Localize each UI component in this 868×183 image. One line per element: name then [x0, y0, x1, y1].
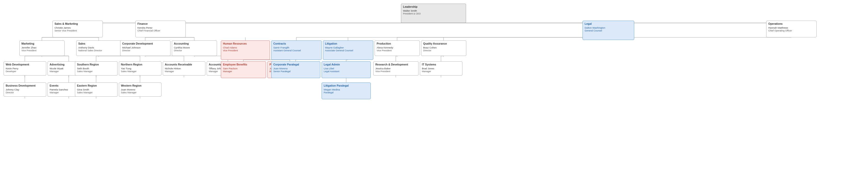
node-dept-production: Production — [377, 42, 418, 46]
node-dept-finance: Finance — [137, 22, 184, 26]
node-name-sales: Anthony Davis — [78, 46, 119, 49]
node-name-operations: Hannah Matthews — [768, 26, 814, 29]
node-dept-eastern_region: Eastern Region — [77, 84, 116, 88]
org-node-human_res: Human ResourcesChad AdamsVice President — [221, 40, 270, 60]
node-dept-sales_mktg: Sales & Marketing — [55, 22, 101, 26]
node-name-web_dev: Kevin Perry — [6, 67, 44, 70]
node-name-legal: Dalton Washington — [585, 26, 632, 29]
node-title-legal_admin: Legal Assistant — [324, 70, 369, 73]
node-name-corp_paralegal: Juan Moreno — [273, 67, 318, 70]
node-name-northern_region: Yao Tung — [121, 67, 159, 70]
node-title-marketing: Vice President — [22, 49, 63, 52]
node-dept-accts_recv: Accounts Receivable — [165, 63, 203, 67]
org-node-biz_dev: Business DevelopmentJohnny ClayDirector — [4, 82, 46, 97]
node-name-legal_admin: Lisa Libel — [324, 67, 369, 70]
org-node-legal: LegalDalton WashingtonGeneral Counsel — [583, 21, 634, 40]
org-node-emp_benefits: Employee BenefitsSam PaulsonManager — [221, 61, 266, 78]
node-title-eastern_region: Sales Manager — [77, 91, 116, 94]
org-node-operations: OperationsHannah MatthewsChief Operating… — [766, 21, 816, 37]
node-dept-corp_paralegal: Corporate Paralegal — [273, 63, 318, 67]
org-node-southern_region: Southern RegionSeth BoothSales Manager — [75, 61, 118, 75]
org-node-research_dev: Research & DevelopmentJessica BakerVice … — [373, 61, 418, 75]
node-name-marketing: Jennifer Zhao — [22, 46, 63, 49]
node-title-finance: Chief Financial Officer — [137, 29, 184, 33]
org-node-corp_paralegal: Corporate ParalegalJuan MorenoSenior Par… — [271, 61, 320, 78]
org-node-accounting: AccountingCynthia MooreDirector — [172, 40, 217, 56]
org-node-leadership: LeadershipWalter SmithPresident & CEO — [401, 4, 466, 23]
node-name-litigation: Wayne Gallagher — [325, 46, 371, 49]
org-node-western_region: Western RegionJuan MorenoSales Manager — [119, 82, 161, 97]
org-node-litigation: LitigationWayne GallagherAssociate Gener… — [323, 40, 373, 60]
org-node-web_dev: Web DevelopmentKevin PerryDeveloper — [4, 61, 46, 75]
org-node-production: ProductionAlexa KennedyVice President — [375, 40, 420, 56]
node-title-litigation: Associate General Counsel — [325, 49, 371, 52]
org-node-lit_paralegal: Litigation ParalegalMegan MedinaParalega… — [322, 82, 371, 99]
node-title-leadership: President & CEO — [403, 12, 464, 15]
node-title-sales: National Sales Director — [78, 49, 119, 52]
node-dept-human_res: Human Resources — [223, 42, 268, 46]
node-title-northern_region: Sales Manager — [121, 70, 159, 73]
node-dept-contracts: Contracts — [273, 42, 319, 46]
node-title-western_region: Sales Manager — [121, 91, 159, 94]
node-name-research_dev: Jessica Baker — [375, 67, 416, 70]
node-title-web_dev: Developer — [6, 70, 44, 73]
node-name-emp_benefits: Sam Paulson — [223, 67, 264, 70]
node-name-accts_recv: Nichole Hinton — [165, 67, 203, 70]
node-dept-it_systems: IT Systems — [422, 63, 460, 67]
node-title-research_dev: Vice President — [375, 70, 416, 73]
node-name-contracts: Samir Franglih — [273, 46, 319, 49]
org-node-it_systems: IT SystemsBrad JonesManager — [420, 61, 462, 75]
org-node-northern_region: Northern RegionYao TungSales Manager — [119, 61, 161, 75]
node-title-accts_recv: Manager — [165, 70, 203, 73]
node-dept-leadership: Leadership — [403, 5, 464, 9]
node-name-lit_paralegal: Megan Medina — [324, 88, 369, 91]
node-title-southern_region: Sales Manager — [77, 70, 116, 73]
node-title-emp_benefits: Manager — [223, 70, 264, 73]
node-title-corp_paralegal: Senior Paralegal — [273, 70, 318, 73]
node-title-corp_dev: Director — [122, 49, 168, 52]
node-dept-marketing: Marketing — [22, 42, 63, 46]
node-dept-emp_benefits: Employee Benefits — [223, 63, 264, 67]
node-title-human_res: Vice President — [223, 49, 268, 52]
node-name-eastern_region: Gina Smith — [77, 88, 116, 91]
org-node-accts_recv: Accounts ReceivableNichole HintonManager — [163, 61, 206, 75]
node-dept-lit_paralegal: Litigation Paralegal — [324, 84, 369, 88]
node-name-production: Alexa Kennedy — [377, 46, 418, 49]
node-title-it_systems: Manager — [422, 70, 460, 73]
org-chart: LeadershipWalter SmithPresident & CEOSal… — [0, 0, 868, 183]
node-title-quality_assurance: Director — [423, 49, 464, 52]
org-node-quality_assurance: Quality AssuranceBoaz CohenDirector — [421, 40, 466, 56]
org-node-eastern_region: Eastern RegionGina SmithSales Manager — [75, 82, 118, 97]
node-title-production: Vice President — [377, 49, 418, 52]
node-name-accounting: Cynthia Moore — [174, 46, 215, 49]
node-name-corp_dev: Michael Johnson — [122, 46, 168, 49]
node-dept-western_region: Western Region — [121, 84, 159, 88]
org-node-sales: SalesAnthony DavisNational Sales Directo… — [76, 40, 121, 56]
node-dept-litigation: Litigation — [325, 42, 371, 46]
node-name-human_res: Chad Adams — [223, 46, 268, 49]
org-node-sales_mktg: Sales & MarketingChristie JamesSenior Vi… — [53, 21, 103, 37]
node-dept-research_dev: Research & Development — [375, 63, 416, 67]
org-node-legal_admin: Legal AdminLisa LibelLegal Assistant — [322, 61, 371, 78]
node-name-finance: Kendra Perez — [137, 26, 184, 29]
node-title-legal: General Counsel — [585, 29, 632, 33]
node-name-sales_mktg: Christie James — [55, 26, 101, 29]
node-name-western_region: Juan Moreno — [121, 88, 159, 91]
node-dept-legal: Legal — [585, 22, 632, 26]
node-name-it_systems: Brad Jones — [422, 67, 460, 70]
org-node-finance: FinanceKendra PerezChief Financial Offic… — [135, 21, 186, 37]
org-node-marketing: MarketingJennifer ZhaoVice President — [20, 40, 65, 56]
node-dept-operations: Operations — [768, 22, 814, 26]
node-name-quality_assurance: Boaz Cohen — [423, 46, 464, 49]
node-dept-legal_admin: Legal Admin — [324, 63, 369, 67]
node-dept-quality_assurance: Quality Assurance — [423, 42, 464, 46]
node-title-sales_mktg: Senior Vice President — [55, 29, 101, 33]
node-dept-accounting: Accounting — [174, 42, 215, 46]
node-dept-northern_region: Northern Region — [121, 63, 159, 67]
node-dept-southern_region: Southern Region — [77, 63, 116, 67]
node-title-lit_paralegal: Paralegal — [324, 91, 369, 94]
node-title-operations: Chief Operating Officer — [768, 29, 814, 33]
node-title-biz_dev: Director — [6, 91, 44, 94]
node-title-accounting: Director — [174, 49, 215, 52]
node-dept-biz_dev: Business Development — [6, 84, 44, 88]
